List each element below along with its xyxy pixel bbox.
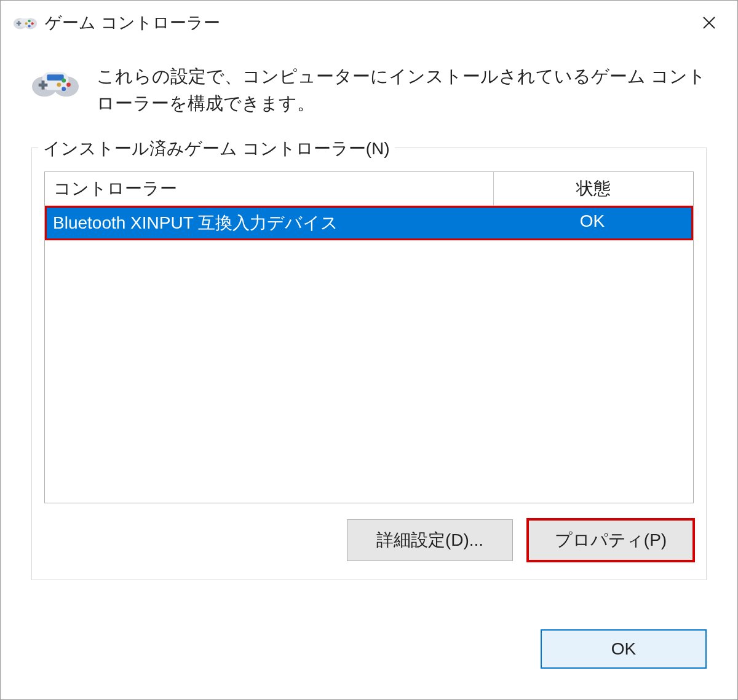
advanced-settings-button[interactable]: 詳細設定(D)... xyxy=(347,519,513,561)
window-title: ゲーム コントローラー xyxy=(45,12,220,34)
properties-button[interactable]: プロパティ(P) xyxy=(528,519,694,561)
close-button[interactable] xyxy=(691,8,728,37)
gamepad-icon xyxy=(31,63,79,100)
column-header-controller[interactable]: コントローラー xyxy=(45,172,494,205)
svg-point-6 xyxy=(31,22,34,25)
svg-point-20 xyxy=(57,82,61,87)
svg-point-7 xyxy=(28,25,31,27)
group-button-row: 詳細設定(D)... プロパティ(P) xyxy=(44,519,694,561)
installed-controllers-group: インストール済みゲーム コントローラー(N) コントローラー 状態 Blueto… xyxy=(31,147,707,580)
group-label: インストール済みゲーム コントローラー(N) xyxy=(38,137,395,160)
dialog-content: これらの設定で、コンピューターにインストールされているゲーム コントローラーを構… xyxy=(1,45,737,629)
dialog-window: ゲーム コントローラー xyxy=(0,0,738,700)
row-controller-status: OK xyxy=(493,208,691,238)
svg-point-5 xyxy=(28,20,31,22)
list-body: Bluetooth XINPUT 互換入力デバイス OK xyxy=(45,206,693,503)
svg-rect-4 xyxy=(17,23,21,25)
intro-section: これらの設定で、コンピューターにインストールされているゲーム コントローラーを構… xyxy=(31,63,707,117)
list-header: コントローラー 状態 xyxy=(45,172,693,206)
column-header-status[interactable]: 状態 xyxy=(494,172,693,205)
close-icon xyxy=(702,15,716,30)
svg-point-17 xyxy=(62,79,66,83)
svg-point-18 xyxy=(66,82,71,87)
game-controller-icon xyxy=(13,9,38,36)
controller-list[interactable]: コントローラー 状態 Bluetooth XINPUT 互換入力デバイス OK xyxy=(44,171,694,503)
svg-point-8 xyxy=(25,22,28,25)
titlebar-left: ゲーム コントローラー xyxy=(13,9,220,36)
dialog-footer: OK xyxy=(1,629,737,699)
list-row[interactable]: Bluetooth XINPUT 互換入力デバイス OK xyxy=(45,206,693,240)
svg-rect-16 xyxy=(39,84,48,87)
svg-rect-14 xyxy=(47,74,63,81)
titlebar: ゲーム コントローラー xyxy=(1,1,737,45)
ok-button[interactable]: OK xyxy=(541,629,707,669)
intro-text: これらの設定で、コンピューターにインストールされているゲーム コントローラーを構… xyxy=(97,63,707,117)
row-controller-name: Bluetooth XINPUT 互換入力デバイス xyxy=(47,208,493,238)
svg-point-19 xyxy=(62,87,66,91)
